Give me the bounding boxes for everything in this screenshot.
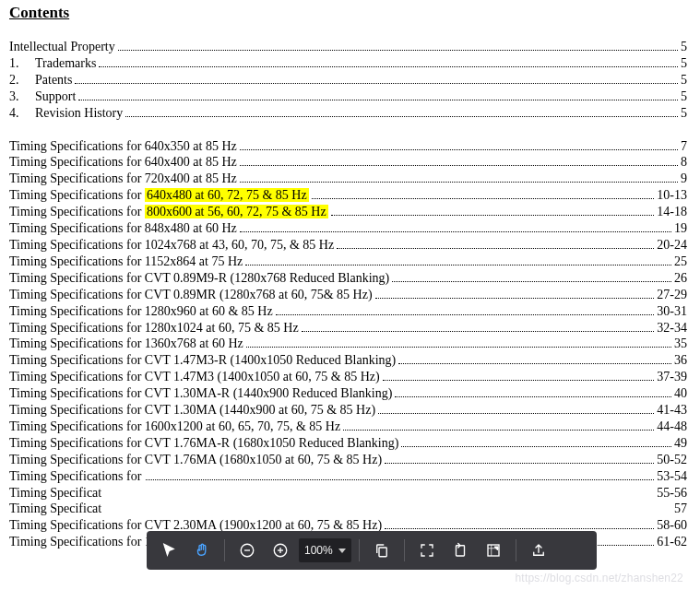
contents-heading: Contents xyxy=(9,4,687,22)
toc-label: Timing Specifications for 1792x1344 at 6… xyxy=(9,468,143,485)
toc-page: 35 xyxy=(674,336,687,352)
toc-page: 26 xyxy=(674,270,687,287)
toc-page: 5 xyxy=(681,105,687,122)
toc-number: 3. xyxy=(9,88,35,105)
rotate-button[interactable] xyxy=(445,536,475,565)
toc-page: 9 xyxy=(681,171,687,187)
toc-number: 1. xyxy=(9,55,35,72)
svg-rect-6 xyxy=(456,546,464,556)
toc-page: 61-62 xyxy=(657,534,687,550)
toc-row: Timing Specifications for CVT 1.30MA (14… xyxy=(9,402,687,419)
toc-page: 19 xyxy=(674,220,687,237)
toc-label: Timing Specifications for 640x400 at 85 … xyxy=(9,154,237,171)
toc-leader xyxy=(337,239,654,249)
toc-leader xyxy=(240,139,678,149)
toc-label-highlight: 640x480 at 60, 72, 75 & 85 Hz xyxy=(145,188,309,202)
zoom-out-button[interactable] xyxy=(232,536,262,565)
toc-spacer xyxy=(9,122,687,138)
toc-row: Timing Specificat57 xyxy=(9,501,687,517)
svg-rect-5 xyxy=(379,548,386,557)
toc-page: 50-52 xyxy=(657,452,687,468)
toc-label-prefix: Timing Specifications for xyxy=(9,205,145,218)
toc-leader xyxy=(246,337,671,348)
toc-leader xyxy=(240,172,678,183)
toc-row: Intellectual Property5 xyxy=(9,39,687,55)
toc-leader xyxy=(240,156,678,166)
toc-page: 44-48 xyxy=(657,419,687,435)
toc-label: Timing Specifications for CVT 0.89MR (12… xyxy=(9,287,373,303)
toc-row: 4.Revision History5 xyxy=(9,105,687,122)
toc-leader xyxy=(398,354,671,364)
toc-leader xyxy=(375,289,655,299)
toc-row: Timing Specifications for 640x480 at 60,… xyxy=(9,187,687,204)
zoom-select[interactable]: 100% xyxy=(299,538,351,562)
toolbar-separator xyxy=(224,539,225,561)
toc-label: Timing Specifications for 800x600 at 56,… xyxy=(9,204,328,220)
toc-label: Timing Specifications for CVT 1.47M3-R (… xyxy=(9,352,396,369)
toc-label: Timing Specifications for CVT 1.47M3 (14… xyxy=(9,369,380,385)
toc-page: 27-29 xyxy=(657,287,687,303)
toc-number: 4. xyxy=(9,105,35,122)
toc-leader xyxy=(385,519,654,529)
share-button[interactable] xyxy=(524,536,553,565)
toc-label: Timing Specifications for CVT 1.76MA-R (… xyxy=(9,435,398,452)
hand-tool-button[interactable] xyxy=(187,536,217,565)
fullscreen-button[interactable] xyxy=(479,536,508,565)
toc-label: Timing Specificat xyxy=(9,501,143,517)
chevron-down-icon xyxy=(338,549,346,553)
toc-label: Timing Specifications for 1600x1200 at 6… xyxy=(9,419,340,435)
toc-leader xyxy=(343,420,654,431)
toolbar-separator xyxy=(516,539,516,561)
toc-row: Timing Specifications for 1280x960 at 60… xyxy=(9,303,687,320)
toc-label: Patents xyxy=(35,72,72,88)
toc-row: Timing Specifications for CVT 1.76MA (16… xyxy=(9,452,687,468)
toc-leader xyxy=(401,437,671,447)
toc-row: Timing Specificat55-56 xyxy=(9,485,687,502)
toc-leader xyxy=(312,189,655,199)
toc-leader xyxy=(302,321,655,331)
toc-page: 5 xyxy=(681,39,687,55)
toc-row: Timing Specifications for 1024x768 at 43… xyxy=(9,237,687,254)
zoom-in-button[interactable] xyxy=(266,536,295,565)
toc-page: 49 xyxy=(674,435,687,452)
toolbar-separator xyxy=(404,539,405,561)
toc-row: Timing Specifications for CVT 1.76MA-R (… xyxy=(9,435,687,452)
toc-page: 20-24 xyxy=(657,237,687,254)
fit-page-button[interactable] xyxy=(412,536,442,565)
toc-page: 32-34 xyxy=(657,320,687,336)
toc-label: Timing Specifications for CVT 1.76MA (16… xyxy=(9,452,382,468)
copy-button[interactable] xyxy=(367,536,397,565)
toc-page: 5 xyxy=(681,55,687,72)
toc-label: Timing Specifications for CVT 0.89M9-R (… xyxy=(9,270,389,287)
toc-leader xyxy=(75,74,678,84)
toc-leader xyxy=(392,272,671,282)
toc-page: 7 xyxy=(681,138,687,155)
pdf-toolbar: 100% xyxy=(147,531,597,570)
toc-page: 41-43 xyxy=(657,402,687,419)
toc-label: Timing Specifications for CVT 1.30MA-R (… xyxy=(9,385,392,402)
toc-row: Timing Specifications for 1280x1024 at 6… xyxy=(9,320,687,336)
toc-leader xyxy=(78,90,678,100)
toc-page: 10-13 xyxy=(657,187,687,204)
toc-label: Timing Specifications for CVT 1.30MA (14… xyxy=(9,402,375,419)
toc-row: Timing Specifications for 1792x1344 at 6… xyxy=(9,468,687,485)
pointer-tool-button[interactable] xyxy=(154,536,184,565)
toc-label: Timing Specifications for 1152x864 at 75… xyxy=(9,254,243,270)
toc-row: Timing Specifications for 640x350 at 85 … xyxy=(9,138,687,155)
toc-leader xyxy=(385,454,654,464)
toc-page: 53-54 xyxy=(657,468,687,485)
toc-page: 5 xyxy=(681,88,687,105)
toc-row: Timing Specifications for CVT 0.89M9-R (… xyxy=(9,270,687,287)
toc-page: 36 xyxy=(674,352,687,369)
toc-label: Timing Specifications for 1024x768 at 43… xyxy=(9,237,334,254)
toc-label: Timing Specifications for 848x480 at 60 … xyxy=(9,220,237,237)
toc-list: Intellectual Property51.Trademarks52.Pat… xyxy=(9,39,687,550)
toc-page: 14-18 xyxy=(657,204,687,220)
toc-leader xyxy=(276,304,655,314)
toc-row: 3.Support5 xyxy=(9,88,687,105)
toc-row: Timing Specifications for 720x400 at 85 … xyxy=(9,171,687,187)
toc-label: Revision History xyxy=(35,105,123,122)
toc-leader xyxy=(383,371,655,381)
toc-label: Intellectual Property xyxy=(9,39,115,55)
toc-page: 55-56 xyxy=(657,485,687,502)
